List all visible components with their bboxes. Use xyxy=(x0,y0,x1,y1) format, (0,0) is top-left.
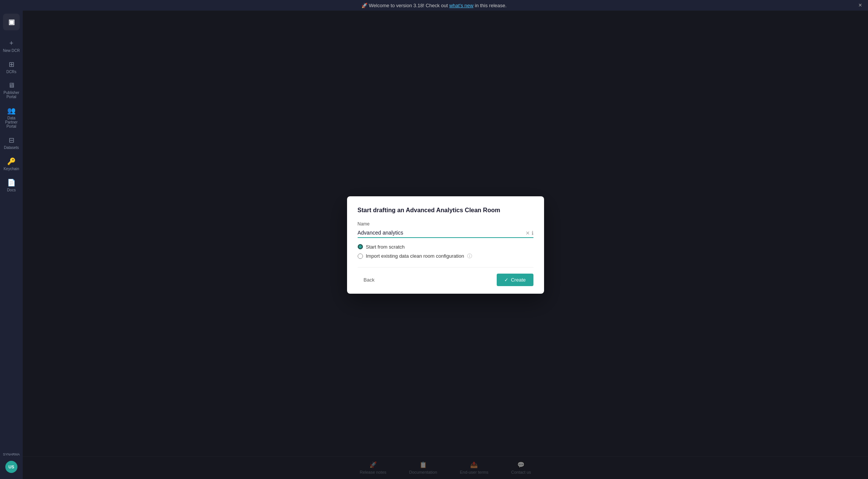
name-form-group: Name ✕ ℹ xyxy=(358,221,533,238)
modal-backdrop: Start drafting an Advanced Analytics Cle… xyxy=(23,11,868,479)
import-info-icon[interactable]: ⓘ xyxy=(467,253,472,260)
sidebar-item-data-partner-portal[interactable]: 👥 Data Partner Portal xyxy=(1,103,22,131)
radio-import-label: Import existing data clean room configur… xyxy=(366,253,464,259)
create-dcr-modal: Start drafting an Advanced Analytics Cle… xyxy=(347,196,544,294)
modal-footer: Back ✓ Create xyxy=(358,267,533,286)
radio-import-input[interactable] xyxy=(358,254,363,259)
sidebar: ▣ + New DCR ⊞ DCRs 🖥 Publisher Portal 👥 … xyxy=(0,11,23,479)
modal-title: Start drafting an Advanced Analytics Cle… xyxy=(358,207,533,214)
publisher-portal-icon: 🖥 xyxy=(8,81,15,89)
name-input-wrapper: ✕ ℹ xyxy=(358,228,533,238)
radio-scratch-input[interactable] xyxy=(358,244,363,249)
radio-scratch-label: Start from scratch xyxy=(366,244,405,250)
data-partner-portal-icon: 👥 xyxy=(7,106,16,115)
sidebar-item-docs[interactable]: 📄 Docs xyxy=(1,175,22,195)
radio-group: Start from scratch Import existing data … xyxy=(358,244,533,260)
sidebar-item-docs-label: Docs xyxy=(7,188,16,192)
sidebar-item-new-dcr-label: New DCR xyxy=(3,49,20,53)
sidebar-item-publisher-portal[interactable]: 🖥 Publisher Portal xyxy=(1,78,22,102)
datasets-icon: ⊟ xyxy=(9,136,14,144)
input-icon-group: ✕ ℹ xyxy=(525,230,533,236)
name-label: Name xyxy=(358,221,533,227)
create-label: Create xyxy=(511,277,525,283)
sidebar-item-data-partner-portal-label: Data Partner Portal xyxy=(2,116,20,128)
back-button[interactable]: Back xyxy=(358,274,381,286)
keychain-icon: 🔑 xyxy=(7,157,16,166)
sidebar-item-keychain[interactable]: 🔑 Keychain xyxy=(1,154,22,174)
radio-import[interactable]: Import existing data clean room configur… xyxy=(358,253,533,260)
sidebar-item-dcrs[interactable]: ⊞ DCRs xyxy=(1,57,22,77)
create-button[interactable]: ✓ Create xyxy=(497,274,533,286)
sidebar-item-new-dcr[interactable]: + New DCR xyxy=(1,36,22,56)
sidebar-item-datasets-label: Datasets xyxy=(4,146,19,150)
new-dcr-icon: + xyxy=(9,39,14,47)
docs-icon: 📄 xyxy=(7,178,16,187)
sidebar-item-dcrs-label: DCRs xyxy=(6,70,17,74)
org-logo: SYNARMA xyxy=(3,452,20,456)
announcement-text: 🚀 Welcome to version 3.18! Check out wha… xyxy=(361,3,507,8)
name-input[interactable] xyxy=(358,228,533,238)
sidebar-item-datasets[interactable]: ⊟ Datasets xyxy=(1,133,22,153)
radio-scratch[interactable]: Start from scratch xyxy=(358,244,533,250)
create-check-icon: ✓ xyxy=(504,277,508,283)
sidebar-logo[interactable]: ▣ xyxy=(3,14,20,30)
user-avatar[interactable]: US xyxy=(5,461,17,473)
close-announcement-button[interactable]: × xyxy=(859,2,862,9)
announcement-bar: 🚀 Welcome to version 3.18! Check out wha… xyxy=(0,0,868,11)
sidebar-item-publisher-portal-label: Publisher Portal xyxy=(2,91,20,99)
info-icon[interactable]: ℹ xyxy=(532,230,533,236)
dcrs-icon: ⊞ xyxy=(9,60,14,69)
clear-icon[interactable]: ✕ xyxy=(525,230,530,236)
sidebar-bottom: SYNARMA US xyxy=(3,452,20,479)
main-content: Start drafting an Advanced Analytics Cle… xyxy=(23,11,868,479)
sidebar-item-keychain-label: Keychain xyxy=(3,167,19,171)
whats-new-link[interactable]: what's new xyxy=(449,3,474,8)
